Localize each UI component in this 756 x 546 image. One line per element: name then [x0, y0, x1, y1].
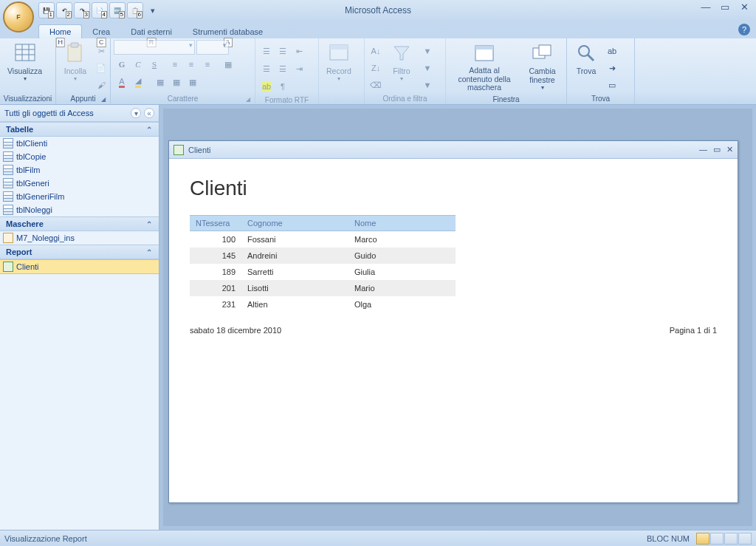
trova-button[interactable]: Trova [570, 40, 602, 77]
mdi-close-button[interactable]: ✕ [726, 145, 733, 154]
launcher-icon[interactable]: ◢ [101, 96, 106, 103]
view-report-button[interactable] [696, 533, 709, 545]
nav-group-tabelle[interactable]: Tabelle⌃ [0, 122, 159, 137]
table-icon [3, 138, 13, 149]
nav-dropdown-icon[interactable]: ▾ [131, 108, 141, 118]
switch-windows-icon [531, 41, 554, 65]
nav-group-report[interactable]: Report⌃ [0, 245, 159, 259]
svg-rect-0 [16, 44, 35, 61]
font-size-dropdown[interactable] [196, 40, 229, 55]
nav-group-maschere[interactable]: Maschere⌃ [0, 216, 159, 231]
selection-filter-icon[interactable]: ▼ [419, 43, 436, 59]
select-icon[interactable]: ▭ [604, 77, 620, 93]
report-body: Clienti NTessera Cognome Nome 100Fossani… [169, 159, 738, 502]
chevron-up-icon[interactable]: ⌃ [145, 220, 153, 228]
replace-icon[interactable]: ab [604, 43, 620, 59]
nav-header[interactable]: Tutti gli oggetti di Access ▾« [0, 105, 159, 122]
cambia-finestre-button[interactable]: Cambia finestre▾ [521, 40, 563, 92]
group-appunti: Appunti◢ [59, 93, 107, 104]
qat-item-5[interactable]: 🔤5 [109, 2, 126, 18]
nav-item-tblclienti[interactable]: tblClienti [0, 137, 159, 150]
visualizza-button[interactable]: Visualizza▾ [3, 40, 47, 83]
nav-item-tblfilm[interactable]: tblFilm [0, 163, 159, 177]
chevron-up-icon[interactable]: ⌃ [145, 126, 153, 134]
adatta-button[interactable]: Adatta al contenuto della maschera [449, 40, 520, 94]
format-painter-icon[interactable]: 🖌 [93, 77, 109, 93]
nav-item-clienti[interactable]: Clienti [0, 259, 159, 274]
align-right-icon[interactable]: ≡ [199, 56, 216, 72]
advanced-filter-icon[interactable]: ▼ [419, 60, 436, 76]
table-icon [3, 178, 13, 188]
qat-redo-icon[interactable]: ↷3 [74, 2, 90, 18]
minimize-button[interactable]: — [698, 2, 713, 14]
group-trova: Trova [570, 93, 631, 104]
help-button[interactable]: ? [738, 24, 750, 35]
mdi-minimize-button[interactable]: — [699, 145, 707, 154]
list2-icon[interactable]: ☰ [275, 61, 291, 77]
record-button[interactable]: Record▾ [322, 40, 356, 83]
bullets-icon[interactable]: ☰ [258, 43, 275, 59]
table-row: 145AndreiniGuido [190, 248, 456, 264]
mdi-maximize-button[interactable]: ▭ [713, 145, 721, 154]
tab-dati-esterni[interactable]: Dati esterniR [120, 25, 182, 38]
font-color-icon[interactable]: A [114, 74, 130, 90]
fill-color-icon[interactable]: ◢ [130, 74, 146, 90]
view-layout-button[interactable] [724, 533, 738, 545]
mdi-titlebar[interactable]: Clienti — ▭ ✕ [169, 141, 738, 159]
nav-item-m7_noleggi_ins[interactable]: M7_Noleggi_ins [0, 231, 159, 245]
tab-crea[interactable]: CreaC [82, 25, 120, 38]
clear-sort-icon[interactable]: ⌫ [368, 77, 384, 93]
bold-button[interactable]: G [114, 56, 130, 72]
group-finestra: Finestra [449, 94, 563, 105]
office-button[interactable]: F [3, 1, 34, 33]
nav-item-tblgeneri[interactable]: tblGeneri [0, 177, 159, 190]
close-button[interactable]: ✕ [737, 2, 752, 14]
nav-item-tblcopie[interactable]: tblCopie [0, 150, 159, 163]
report-icon [173, 145, 184, 155]
grid-style1[interactable]: ▦ [152, 74, 168, 90]
align-left-icon[interactable]: ≡ [167, 56, 183, 72]
sort-asc-icon[interactable]: A↓ [368, 43, 384, 59]
gridlines-icon[interactable]: ▦ [220, 56, 236, 72]
numbering-icon[interactable]: ☰ [275, 43, 291, 59]
sort-desc-icon[interactable]: Z↓ [368, 60, 384, 76]
view-print-button[interactable] [710, 533, 724, 545]
italic-button[interactable]: C [130, 56, 146, 72]
chevron-up-icon[interactable]: ⌃ [145, 248, 153, 256]
restore-button[interactable]: ▭ [718, 2, 732, 14]
indent-inc-icon[interactable]: ⇥ [291, 61, 307, 77]
toggle-filter-icon[interactable]: ▼ [419, 77, 436, 93]
tab-home[interactable]: HomeH [38, 24, 82, 38]
indent-dec-icon[interactable]: ⇤ [291, 43, 307, 59]
table-icon [3, 191, 13, 202]
nav-item-tblgenerifilm[interactable]: tblGeneriFilm [0, 190, 159, 203]
grid-style2[interactable]: ▦ [168, 74, 185, 90]
incolla-button[interactable]: Incolla▾ [59, 40, 92, 83]
cut-icon[interactable]: ✂ [93, 43, 109, 59]
report-title: Clienti [190, 177, 717, 200]
underline-button[interactable]: S [146, 56, 162, 72]
filtro-button[interactable]: Filtro▾ [385, 40, 418, 83]
list-icon[interactable]: ☰ [258, 61, 275, 77]
qat-item-4[interactable]: 📄4 [92, 2, 108, 18]
report-page: Pagina 1 di 1 [670, 326, 717, 335]
qat-item-6[interactable]: 📋6 [127, 2, 143, 18]
copy-icon[interactable]: 📄 [93, 60, 109, 76]
view-design-button[interactable] [738, 533, 752, 545]
nav-collapse-icon[interactable]: « [144, 108, 154, 118]
nav-item-tblnoleggi[interactable]: tblNoleggi [0, 203, 159, 216]
tab-strumenti-database[interactable]: Strumenti databaseA [182, 25, 273, 38]
highlight-icon[interactable]: ab [258, 78, 275, 95]
svg-rect-8 [330, 45, 348, 50]
mdi-window-clienti: Clienti — ▭ ✕ Clienti NTessera Cognome N… [168, 140, 738, 503]
qat-save-icon[interactable]: 💾1 [38, 2, 55, 18]
grid-style3[interactable]: ▦ [185, 74, 201, 90]
font-family-dropdown[interactable] [114, 40, 195, 55]
qat-more-icon[interactable]: ▾ [145, 2, 161, 18]
launcher-icon[interactable]: ◢ [246, 96, 250, 103]
rtl-icon[interactable]: ¶ [275, 78, 291, 95]
qat-undo-icon[interactable]: ↶2 [56, 2, 72, 18]
group-carattere: Carattere◢ [114, 93, 252, 104]
align-center-icon[interactable]: ≡ [183, 56, 199, 72]
goto-icon[interactable]: ➜ [604, 60, 620, 76]
